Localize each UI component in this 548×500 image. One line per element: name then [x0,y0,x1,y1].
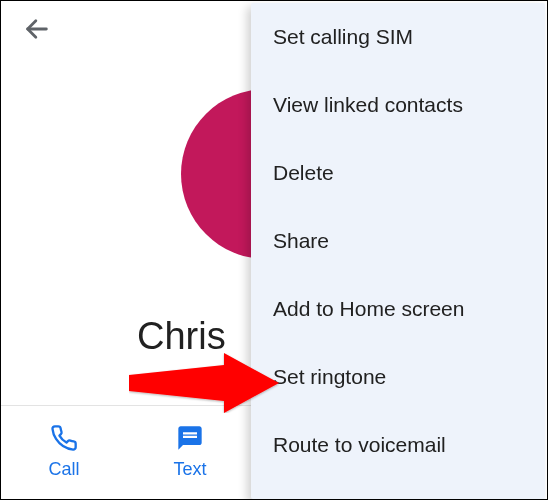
menu-item-set-calling-sim[interactable]: Set calling SIM [251,3,545,71]
text-button[interactable]: Text [160,423,220,480]
message-icon [175,423,205,453]
menu-item-share[interactable]: Share [251,207,545,275]
back-button[interactable] [19,13,55,49]
text-label: Text [173,459,206,480]
menu-item-set-ringtone[interactable]: Set ringtone [251,343,545,411]
menu-item-route-to-voicemail[interactable]: Route to voicemail [251,411,545,479]
call-button[interactable]: Call [34,423,94,480]
phone-icon [49,423,79,453]
contact-name: Chris [137,315,226,358]
action-bar: Call Text [1,405,253,499]
menu-item-add-to-home-screen[interactable]: Add to Home screen [251,275,545,343]
overflow-menu: Set calling SIM View linked contacts Del… [251,3,545,499]
call-label: Call [48,459,79,480]
arrow-back-icon [23,15,51,47]
menu-item-view-linked-contacts[interactable]: View linked contacts [251,71,545,139]
menu-item-delete[interactable]: Delete [251,139,545,207]
